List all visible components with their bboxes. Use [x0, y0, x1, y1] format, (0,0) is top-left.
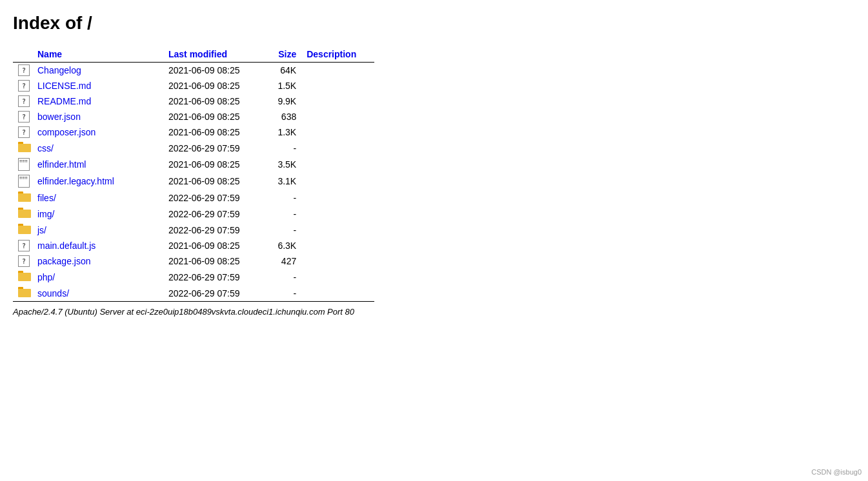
unknown-file-icon: ?: [18, 95, 30, 107]
file-date-cell: 2021-06-09 08:25: [163, 156, 265, 173]
page-title: Index of /: [13, 13, 855, 34]
file-name-cell[interactable]: img/: [32, 206, 163, 222]
file-link[interactable]: package.json: [37, 256, 91, 266]
file-date-cell: 2021-06-09 08:25: [163, 238, 265, 253]
file-name-cell[interactable]: css/: [32, 140, 163, 156]
file-desc-cell: [301, 190, 374, 206]
file-link[interactable]: img/: [37, 209, 54, 219]
file-link[interactable]: elfinder.legacy.html: [37, 176, 114, 186]
file-desc-cell: [301, 253, 374, 269]
file-name-cell[interactable]: composer.json: [32, 124, 163, 140]
file-link[interactable]: php/: [37, 272, 55, 282]
server-footer: Apache/2.4.7 (Ubuntu) Server at eci-2ze0…: [13, 307, 855, 317]
file-link[interactable]: LICENSE.md: [37, 81, 91, 91]
table-row: ?LICENSE.md2021-06-09 08:251.5K: [13, 78, 374, 93]
file-name-cell[interactable]: files/: [32, 190, 163, 206]
table-row: php/2022-06-29 07:59-: [13, 269, 374, 285]
file-icon-cell: ?: [13, 253, 32, 269]
file-link[interactable]: main.default.js: [37, 240, 96, 251]
file-size-cell: 1.3K: [265, 124, 301, 140]
file-name-cell[interactable]: LICENSE.md: [32, 78, 163, 93]
file-link[interactable]: js/: [37, 225, 46, 235]
file-desc-cell: [301, 63, 374, 78]
table-row: ≡≡≡elfinder.legacy.html2021-06-09 08:253…: [13, 173, 374, 190]
file-icon-cell: ?: [13, 238, 32, 253]
sort-name-link[interactable]: Name: [37, 49, 62, 59]
file-name-cell[interactable]: sounds/: [32, 285, 163, 301]
file-name-cell[interactable]: main.default.js: [32, 238, 163, 253]
file-date-cell: 2021-06-09 08:25: [163, 93, 265, 109]
col-header-description[interactable]: Description: [301, 46, 374, 62]
table-row: ?bower.json2021-06-09 08:25638: [13, 109, 374, 124]
file-size-cell: 1.5K: [265, 78, 301, 93]
col-header-name[interactable]: Name: [32, 46, 163, 62]
file-icon-cell: ?: [13, 93, 32, 109]
unknown-file-icon: ?: [18, 255, 30, 267]
file-desc-cell: [301, 269, 374, 285]
file-name-cell[interactable]: package.json: [32, 253, 163, 269]
file-link[interactable]: composer.json: [37, 127, 96, 137]
file-icon-cell: ≡≡≡: [13, 156, 32, 173]
file-name-cell[interactable]: php/: [32, 269, 163, 285]
file-date-cell: 2022-06-29 07:59: [163, 222, 265, 238]
file-link[interactable]: files/: [37, 193, 56, 203]
file-icon-cell: [13, 269, 32, 285]
file-listing-table: Name Last modified Size Description ?Cha…: [13, 46, 374, 302]
sort-date-link[interactable]: Last modified: [168, 49, 227, 59]
unknown-file-icon: ?: [18, 126, 30, 138]
file-icon-cell: ≡≡≡: [13, 173, 32, 190]
file-name-cell[interactable]: README.md: [32, 93, 163, 109]
unknown-file-icon: ?: [18, 64, 30, 76]
file-link[interactable]: elfinder.html: [37, 159, 86, 170]
table-row: ?README.md2021-06-09 08:259.9K: [13, 93, 374, 109]
file-name-cell[interactable]: js/: [32, 222, 163, 238]
file-size-cell: 9.9K: [265, 93, 301, 109]
file-desc-cell: [301, 173, 374, 190]
file-date-cell: 2021-06-09 08:25: [163, 173, 265, 190]
table-row: js/2022-06-29 07:59-: [13, 222, 374, 238]
file-size-cell: 64K: [265, 63, 301, 78]
table-row: ≡≡≡elfinder.html2021-06-09 08:253.5K: [13, 156, 374, 173]
file-icon-cell: ?: [13, 63, 32, 78]
table-row: ?main.default.js2021-06-09 08:256.3K: [13, 238, 374, 253]
file-size-cell: -: [265, 140, 301, 156]
col-header-last-modified[interactable]: Last modified: [163, 46, 265, 62]
file-size-cell: -: [265, 206, 301, 222]
file-date-cell: 2021-06-09 08:25: [163, 109, 265, 124]
file-link[interactable]: README.md: [37, 96, 91, 106]
file-date-cell: 2021-06-09 08:25: [163, 253, 265, 269]
text-file-icon: ≡≡≡: [18, 175, 30, 188]
file-link[interactable]: css/: [37, 143, 54, 153]
file-icon-cell: [13, 206, 32, 222]
folder-icon: [18, 224, 31, 234]
sort-desc-link[interactable]: Description: [307, 49, 356, 59]
unknown-file-icon: ?: [18, 111, 30, 123]
unknown-file-icon: ?: [18, 80, 30, 92]
file-name-cell[interactable]: bower.json: [32, 109, 163, 124]
col-header-size[interactable]: Size: [265, 46, 301, 62]
file-date-cell: 2022-06-29 07:59: [163, 285, 265, 301]
file-link[interactable]: sounds/: [37, 288, 69, 299]
file-link[interactable]: Changelog: [37, 65, 81, 75]
file-date-cell: 2021-06-09 08:25: [163, 63, 265, 78]
file-date-cell: 2022-06-29 07:59: [163, 190, 265, 206]
file-name-cell[interactable]: elfinder.html: [32, 156, 163, 173]
table-row: ?composer.json2021-06-09 08:251.3K: [13, 124, 374, 140]
sort-size-link[interactable]: Size: [278, 49, 296, 59]
file-name-cell[interactable]: Changelog: [32, 63, 163, 78]
text-file-icon: ≡≡≡: [18, 158, 30, 171]
file-date-cell: 2022-06-29 07:59: [163, 269, 265, 285]
unknown-file-icon: ?: [18, 240, 30, 251]
file-icon-cell: [13, 222, 32, 238]
folder-icon: [18, 271, 31, 281]
file-link[interactable]: bower.json: [37, 112, 81, 122]
file-icon-cell: [13, 140, 32, 156]
file-size-cell: 6.3K: [265, 238, 301, 253]
file-desc-cell: [301, 93, 374, 109]
table-row: ?Changelog2021-06-09 08:2564K: [13, 63, 374, 78]
file-desc-cell: [301, 285, 374, 301]
file-desc-cell: [301, 124, 374, 140]
folder-icon: [18, 142, 31, 152]
file-name-cell[interactable]: elfinder.legacy.html: [32, 173, 163, 190]
table-row: sounds/2022-06-29 07:59-: [13, 285, 374, 301]
